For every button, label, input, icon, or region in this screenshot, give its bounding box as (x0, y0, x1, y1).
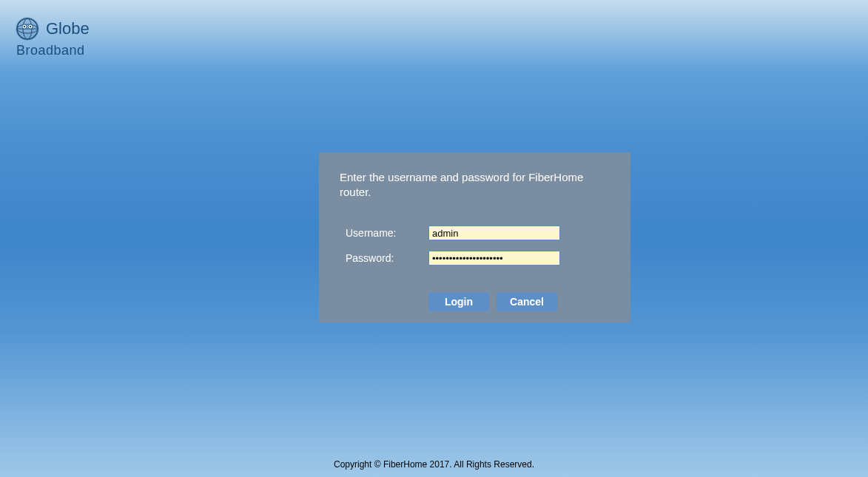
login-instruction: Enter the username and password for Fibe… (340, 170, 610, 199)
username-input[interactable] (428, 226, 560, 240)
password-input[interactable] (428, 251, 560, 265)
username-row: Username: (340, 226, 610, 240)
cancel-button[interactable]: Cancel (497, 292, 557, 311)
svg-point-8 (30, 26, 31, 27)
password-row: Password: (340, 251, 610, 265)
logo-subbrand-text: Broadband (16, 43, 90, 58)
globe-logo-icon (15, 16, 40, 41)
logo-area: Globe Broadband (15, 16, 90, 58)
login-box: Enter the username and password for Fibe… (319, 152, 630, 322)
login-button[interactable]: Login (428, 292, 489, 311)
svg-point-7 (24, 26, 25, 27)
password-label: Password: (346, 252, 428, 264)
footer-copyright: Copyright © FiberHome 2017. All Rights R… (0, 459, 868, 470)
button-row: Login Cancel (340, 292, 610, 311)
logo-brand-text: Globe (46, 19, 90, 38)
logo-row: Globe (15, 16, 90, 41)
username-label: Username: (346, 227, 428, 239)
